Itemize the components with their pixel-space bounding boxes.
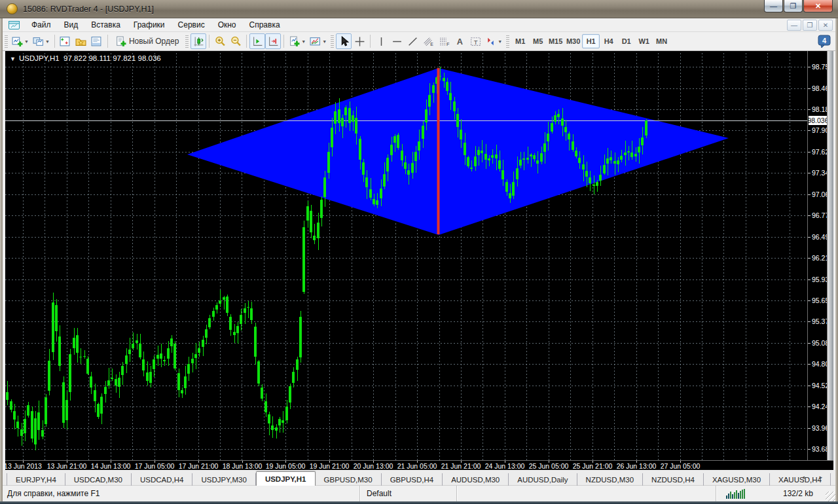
price-tick — [808, 343, 811, 344]
fibonacci-button[interactable]: F — [436, 33, 452, 49]
red-vertical-line[interactable] — [5, 51, 807, 460]
menu-сервис[interactable]: Сервис — [172, 19, 211, 31]
terminal-button[interactable] — [89, 33, 105, 49]
chart-tab-eurjpy-h4[interactable]: EURJPY,H4 — [7, 473, 65, 486]
equidistant-channel-button[interactable]: E — [420, 33, 436, 49]
cursor-button[interactable] — [336, 33, 352, 49]
favorites-button[interactable] — [73, 33, 89, 49]
price-tick — [808, 258, 811, 259]
price-tick — [808, 194, 811, 195]
dropdown-arrow-icon[interactable]: ▼ — [24, 39, 29, 44]
vertical-scrollbar[interactable] — [827, 51, 833, 460]
vertical-line-button[interactable] — [373, 33, 389, 49]
mdi-close-button[interactable]: ✕ — [818, 20, 833, 31]
zoom-in-button[interactable] — [212, 33, 228, 49]
templates-button[interactable]: ▼ — [308, 33, 329, 49]
channel-icon: E — [423, 36, 434, 47]
horizontal-line-button[interactable] — [389, 33, 405, 49]
timeframe-h4[interactable]: H4 — [600, 34, 617, 48]
chart-canvas[interactable]: ▼USDJPY,H1 97.822 98.111 97.821 98.036 — [5, 51, 807, 460]
chevron-down-icon[interactable]: ▼ — [10, 56, 16, 62]
menu-bar: ФайлВидВставкаГрафикиСервисОкноСправка —… — [3, 18, 835, 32]
profiles-button[interactable]: ▼ — [31, 33, 52, 49]
chart-tab-usdjpy-m30[interactable]: USDJPY,M30 — [192, 473, 255, 486]
dropdown-arrow-icon[interactable]: ▼ — [45, 39, 50, 44]
text-label-button[interactable]: T — [467, 33, 483, 49]
chart-shift-button[interactable] — [249, 33, 265, 49]
notification-bubble-icon[interactable]: 4 — [817, 34, 831, 51]
toolbar-separator — [246, 35, 247, 48]
arrows-button[interactable]: ▼ — [483, 33, 504, 49]
toolbar: ▼▼Новый Ордер▼▼EFAT▼ M1M5M15M30H1H4D1W1M… — [3, 32, 835, 51]
price-tick — [808, 173, 811, 173]
chart-tab-usdjpy-h1[interactable]: USDJPY,H1 — [256, 471, 316, 486]
dropdown-arrow-icon[interactable]: ▼ — [322, 39, 327, 44]
time-axis[interactable]: 13 Jun 201313 Jun 21:0014 Jun 13:0017 Ju… — [5, 460, 833, 470]
price-tick — [808, 130, 811, 131]
price-tick — [808, 237, 811, 238]
menu-справка[interactable]: Справка — [243, 19, 287, 31]
time-label: 18 Jun 13:00 — [223, 462, 263, 470]
resize-grip[interactable] — [826, 492, 835, 501]
price-axis[interactable]: 98.75098.46598.18597.90597.62097.34097.0… — [807, 51, 827, 460]
menu-графики[interactable]: Графики — [127, 19, 172, 31]
timeframe-m1[interactable]: M1 — [511, 34, 529, 48]
chart-tab-gbpusd-h4[interactable]: GBPUSD,H4 — [382, 473, 443, 486]
toolbar-drag-handle[interactable] — [185, 35, 189, 48]
restore-button[interactable]: ❐ — [784, 0, 803, 12]
timeframe-d1[interactable]: D1 — [617, 34, 635, 48]
timeframe-h1[interactable]: H1 — [582, 34, 600, 48]
chart-tab-nzdusd-m30[interactable]: NZDUSD,M30 — [577, 473, 643, 486]
chart-tab-audusd-m30[interactable]: AUDUSD,M30 — [443, 473, 509, 486]
chart-tab-gbpusd-m30[interactable]: GBPUSD,M30 — [316, 473, 382, 486]
trendline-button[interactable] — [405, 33, 420, 49]
mdi-minimize-button[interactable]: — — [787, 20, 801, 31]
minimize-button[interactable]: — — [764, 0, 783, 12]
dropdown-arrow-icon[interactable]: ▼ — [301, 39, 306, 44]
timeframe-drag-handle[interactable] — [506, 35, 509, 48]
price-tick — [808, 215, 811, 216]
terminal-icon — [91, 36, 102, 47]
menu-вставка[interactable]: Вставка — [84, 19, 127, 31]
menu-окно[interactable]: Окно — [211, 19, 243, 31]
svg-text:F: F — [446, 42, 449, 46]
chart-shift-end-button[interactable] — [265, 33, 281, 49]
zoom-out-button[interactable] — [228, 33, 244, 49]
price-tick — [808, 300, 811, 301]
tab-scroll-arrows[interactable]: ◂ ▸ — [801, 474, 829, 480]
timeframe-m30[interactable]: M30 — [564, 34, 582, 48]
new-chart-button[interactable]: ▼ — [10, 33, 31, 49]
text-button[interactable]: A — [452, 33, 467, 49]
new-order-button[interactable]: Новый Ордер — [111, 33, 183, 49]
connection-bars-icon — [725, 488, 748, 499]
timeframe-mn[interactable]: MN — [653, 34, 670, 48]
time-label: 19 Jun 05:00 — [266, 462, 306, 470]
chart-tab-nzdusd-h4[interactable]: NZDUSD,H4 — [643, 473, 704, 486]
price-tick — [808, 406, 811, 407]
status-profile[interactable]: Default — [367, 489, 392, 498]
toolbar-drag-handle[interactable] — [331, 35, 334, 48]
chart-tab-usdcad-h4[interactable]: USDCAD,H4 — [132, 473, 192, 486]
menu-файл[interactable]: Файл — [25, 19, 58, 31]
chart-tab-bar: EURJPY,H4USDCAD,M30USDCAD,H4USDJPY,M30US… — [3, 470, 835, 486]
window-title: 15086: RVDTrader 4 - [USDJPY,H1] — [23, 5, 154, 14]
close-button[interactable]: ✕ — [803, 0, 833, 12]
autoscroll-button[interactable] — [191, 33, 206, 49]
timeframe-w1[interactable]: W1 — [635, 34, 653, 48]
mdi-restore-button[interactable]: ❐ — [803, 20, 817, 31]
time-label: 24 Jun 13:00 — [485, 462, 525, 470]
crosshair-button[interactable] — [352, 33, 367, 49]
toolbar-drag-handle[interactable] — [5, 35, 8, 48]
dropdown-arrow-icon[interactable]: ▼ — [498, 39, 502, 44]
market-watch-button[interactable] — [58, 33, 73, 49]
chart-tab-usdcad-m30[interactable]: USDCAD,M30 — [65, 473, 132, 486]
price-tick — [808, 321, 811, 322]
chart-tab-xagusd-m30[interactable]: XAGUSD,M30 — [704, 473, 770, 486]
timeframe-m5[interactable]: M5 — [529, 34, 547, 48]
indicators-button[interactable]: ▼ — [287, 33, 308, 49]
chart-tab-audusd-daily[interactable]: AUDUSD,Daily — [509, 473, 577, 486]
timeframe-m15[interactable]: M15 — [547, 34, 564, 48]
trend-icon — [407, 36, 418, 47]
market-watch-icon — [60, 36, 71, 47]
menu-вид[interactable]: Вид — [58, 19, 85, 31]
